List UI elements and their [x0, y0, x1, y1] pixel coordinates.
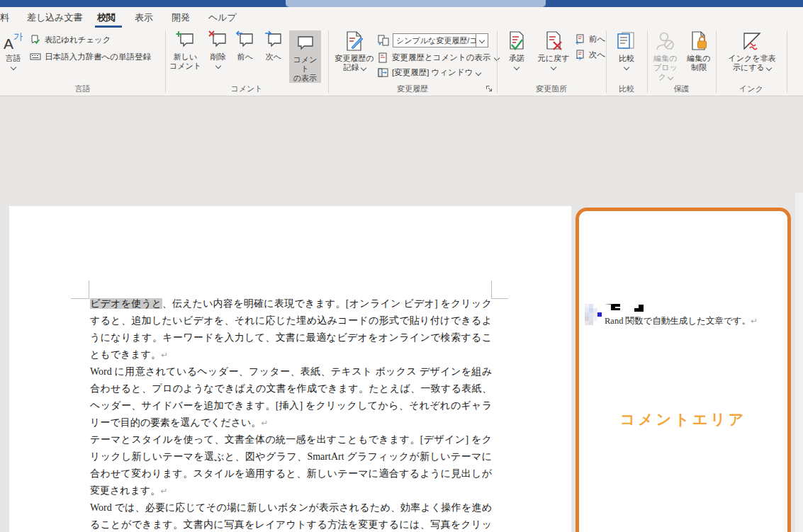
next-change-button[interactable]: 次へ	[575, 50, 605, 60]
language-icon: A가	[4, 30, 23, 52]
paragraph-mark: ↵	[751, 316, 758, 326]
ribbon: A가 言語 表記ゆれチェック 日本語入力辞書への単語登録 言語	[0, 28, 803, 96]
group-tracking: 変更履歴の 記録 シンプルな変更履歴/コ… 変更履歴とコメントの表	[328, 28, 497, 96]
language-button[interactable]: A가 言語	[4, 30, 23, 69]
display-for-review-icon	[378, 35, 389, 46]
tab-review[interactable]: 校閲	[97, 11, 116, 24]
delete-comment-icon	[208, 30, 228, 50]
chevron-down-icon	[215, 63, 221, 69]
tracking-dialog-launcher[interactable]	[485, 84, 493, 93]
tab-help[interactable]: ヘルプ	[208, 11, 237, 24]
chevron-down-icon	[479, 38, 485, 43]
tab-references-partial[interactable]: 料	[0, 11, 9, 24]
next-comment-button[interactable]: 次へ	[261, 30, 286, 62]
keyboard-icon	[30, 51, 41, 62]
show-markup-button[interactable]: 変更履歴とコメントの表示	[378, 52, 499, 63]
accept-change-button[interactable]: 承諾	[501, 30, 532, 69]
margin-crop-mark	[89, 281, 89, 299]
next-comment-icon	[264, 30, 283, 50]
accept-change-icon	[506, 30, 527, 52]
previous-change-icon	[575, 34, 585, 45]
paragraph-mark: ↵	[261, 418, 268, 428]
commenter-name-redacted	[605, 302, 651, 314]
restrict-editing-icon	[688, 30, 709, 52]
group-changes: 承諾 元に戻す 前へ	[497, 28, 606, 96]
chevron-down-icon	[624, 64, 629, 70]
tab-view[interactable]: 表示	[135, 11, 153, 24]
tab-developer[interactable]: 開発	[172, 11, 190, 24]
next-change-icon	[575, 50, 585, 60]
paragraph: テーマとスタイルを使って、文書全体の統一感を出すこともできます。[デザイン] を…	[90, 431, 492, 499]
block-authors-icon	[655, 30, 676, 52]
comment-panel: Rand 関数で自動生成した文章です。↵ コメントエリア	[575, 208, 791, 532]
compare-icon	[616, 30, 637, 52]
chevron-down-icon	[10, 64, 16, 70]
combobox-dropdown-button[interactable]	[476, 33, 488, 47]
reject-change-icon	[543, 30, 564, 52]
chevron-down-icon	[514, 64, 520, 70]
commenter-avatar	[585, 304, 602, 325]
display-for-review-combobox[interactable]: シンプルな変更履歴/コ…	[393, 33, 488, 47]
vertical-scrollbar[interactable]	[794, 193, 803, 532]
previous-change-button[interactable]: 前へ	[575, 34, 605, 45]
reviewing-pane-icon	[378, 67, 388, 78]
show-markup-icon	[378, 52, 388, 63]
show-comments-icon	[296, 33, 315, 53]
title-bar	[0, 0, 803, 7]
chevron-down-icon	[476, 69, 481, 75]
active-tab-underline	[95, 26, 122, 28]
group-language: A가 言語 表記ゆれチェック 日本語入力辞書への単語登録 言語	[0, 28, 165, 96]
margin-crop-mark	[491, 298, 508, 299]
document-text[interactable]: ビデオを使うと、伝えたい内容を明確に表現できます。[オンライン ビデオ] をクリ…	[90, 295, 492, 532]
display-for-review-row: シンプルな変更履歴/コ…	[378, 33, 488, 47]
paragraph: Word では、必要に応じてその場に新しいボタンが表示されるため、効率よく操作を…	[90, 499, 492, 532]
delete-comment-button[interactable]: 削除	[206, 30, 231, 68]
group-protect: 編集の ブロック 編集の 制限 保護	[647, 28, 716, 96]
compare-button[interactable]: 比較	[612, 30, 641, 69]
chevron-down-icon	[668, 74, 673, 80]
paragraph-mark: ↵	[161, 350, 168, 360]
new-comment-button[interactable]: 新しい コメント	[169, 30, 202, 71]
track-changes-icon	[344, 30, 365, 52]
chevron-down-icon	[766, 65, 772, 71]
block-authors-button: 編集の ブロック	[650, 30, 681, 81]
chevron-down-icon	[360, 65, 366, 71]
chevron-down-icon	[551, 64, 556, 70]
ribbon-tab-row: 料 差し込み文書 校閲 表示 開発 ヘルプ	[0, 7, 803, 28]
comment-area-annotation-label: コメントエリア	[579, 409, 787, 429]
tab-mailings[interactable]: 差し込み文書	[27, 11, 83, 24]
consistency-check-button[interactable]: 表記ゆれチェック	[30, 34, 111, 45]
new-comment-icon	[176, 30, 196, 50]
paragraph: ビデオを使うと、伝えたい内容を明確に表現できます。[オンライン ビデオ] をクリ…	[90, 295, 492, 363]
register-word-to-ime-dictionary-button[interactable]: 日本語入力辞書への単語登録	[30, 51, 151, 62]
group-ink: インクを非表 示にする インク	[716, 28, 787, 96]
track-changes-button[interactable]: 変更履歴の 記録	[334, 30, 375, 72]
comment-text[interactable]: Rand 関数で自動生成した文章です。↵	[605, 315, 758, 327]
hide-ink-button[interactable]: インクを非表 示にする	[726, 30, 778, 72]
hide-ink-icon	[741, 30, 763, 52]
margin-crop-mark	[71, 298, 89, 299]
previous-comment-button[interactable]: 前へ	[232, 30, 258, 62]
paragraph-mark: ↵	[160, 486, 167, 496]
group-separator	[787, 30, 787, 93]
restrict-editing-button[interactable]: 編集の 制限	[684, 30, 714, 72]
comment-anchor-highlight[interactable]: ビデオを使うと	[90, 298, 162, 309]
document-area: ビデオを使うと、伝えたい内容を明確に表現できます。[オンライン ビデオ] をクリ…	[0, 96, 803, 532]
show-comments-button[interactable]: コメント の表示	[289, 30, 321, 83]
group-compare: 比較 比較	[606, 28, 647, 96]
group-comments: 新しい コメント 削除 前へ	[165, 28, 328, 96]
consistency-check-icon	[30, 34, 41, 45]
search-box[interactable]	[286, 0, 546, 7]
reject-change-button[interactable]: 元に戻す	[535, 30, 572, 69]
reviewing-pane-button[interactable]: [変更履歴] ウィンドウ	[378, 67, 481, 78]
word-window: 料 差し込み文書 校閲 表示 開発 ヘルプ A가 言語 表記ゆれチェック	[0, 0, 803, 532]
previous-comment-icon	[235, 30, 255, 50]
paragraph: Word に用意されているヘッダー、フッター、表紙、テキスト ボックス デザイン…	[90, 363, 492, 431]
